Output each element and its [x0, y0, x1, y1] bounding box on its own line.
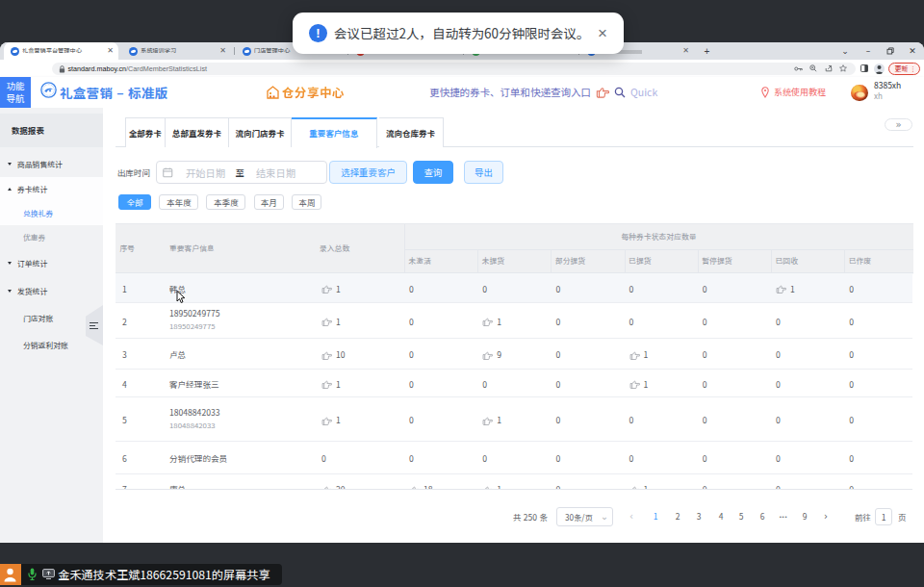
- table-row[interactable]: 5180488420331804884203310100000: [116, 397, 913, 442]
- page-number[interactable]: 9: [797, 507, 812, 526]
- cell-status-count: 0: [776, 483, 781, 490]
- cell-customer-sub: 18048842033: [169, 421, 219, 429]
- cell-status-count: 1: [644, 378, 649, 390]
- quick-range-chip[interactable]: 全部: [118, 194, 151, 211]
- sidebar-item[interactable]: 发货统计: [0, 278, 103, 305]
- goto-page-input[interactable]: 1: [875, 508, 892, 525]
- status-col-header: 未激活: [409, 257, 431, 265]
- sidebar-title: 数据报表: [0, 114, 103, 148]
- quick-range-label: 本年度: [167, 196, 192, 208]
- table-row[interactable]: 6分销代理的会员00000000: [116, 442, 913, 474]
- mouse-cursor: [176, 291, 186, 304]
- share-icon[interactable]: [825, 64, 833, 72]
- content-tab[interactable]: 流向门店券卡: [229, 117, 292, 147]
- quick-label[interactable]: Quick: [630, 77, 657, 108]
- cell-status-count: 0: [629, 316, 634, 327]
- col-header: 序号: [120, 244, 136, 252]
- quick-range-chip[interactable]: 本月: [254, 194, 284, 211]
- sidebar-item[interactable]: 兑换礼券: [0, 201, 103, 225]
- browser-tab[interactable]: 礼盒营销平台管理中心✕: [4, 42, 118, 60]
- cell-customer-sub: 18950249775: [169, 322, 219, 330]
- quick-range-label: 本月: [261, 196, 277, 208]
- date-filter-label: 出库时间: [117, 160, 150, 185]
- function-nav-button[interactable]: 功能导航: [0, 77, 31, 108]
- bookmark-star-icon[interactable]: [839, 64, 847, 72]
- collapse-panel-button[interactable]: »: [885, 118, 912, 131]
- date-start-placeholder[interactable]: 开始日期: [186, 162, 225, 184]
- sidebar-item[interactable]: 商品销售统计: [0, 152, 103, 178]
- sidebar-item[interactable]: 券卡统计: [0, 177, 103, 201]
- cell-total-count: 1: [336, 378, 341, 390]
- cell-status: 0: [776, 485, 781, 490]
- screen: + ⌄ – ✕ 礼盒营销平台管理中心✕系统培训学习✕门店管理中心✕✕✕✕ sta…: [0, 0, 924, 587]
- help-tutorial-link[interactable]: 系统使用教程: [774, 77, 826, 108]
- prev-page-button[interactable]: ‹: [627, 507, 636, 526]
- window-close-button[interactable]: ✕: [907, 42, 918, 60]
- url-bar[interactable]: standard.maboy.cn/CardMemberStatisticsLi…: [52, 63, 856, 75]
- page-number[interactable]: 3: [691, 507, 706, 526]
- key-icon[interactable]: [794, 65, 803, 72]
- url-path: /CardMemberStatisticsList: [126, 64, 207, 73]
- next-page-button[interactable]: ›: [821, 507, 831, 526]
- select-customer-button[interactable]: 选择重要客户: [329, 161, 407, 185]
- content-tab-label: 重要客户信息: [309, 127, 358, 139]
- chevron-down-icon: ⌄: [601, 508, 608, 524]
- sidebar-item[interactable]: 订单统计: [0, 250, 103, 278]
- content-tab[interactable]: 总部直发券卡: [166, 117, 229, 147]
- table-row[interactable]: 3卢总100901000: [116, 339, 913, 370]
- cell-status: 0: [629, 318, 634, 326]
- sidebar-item[interactable]: 门店对账: [0, 305, 103, 333]
- table-row[interactable]: 4客户经理张三10001000: [116, 370, 913, 397]
- table-row[interactable]: 2189502497751895024977510100000: [116, 303, 913, 339]
- page-number[interactable]: 5: [733, 507, 749, 526]
- status-col-header: 已提货: [629, 257, 651, 265]
- user-avatar[interactable]: [851, 85, 868, 102]
- cell-status-count: 0: [482, 378, 487, 390]
- chrome-update-chip[interactable]: 更新⋮: [888, 63, 920, 75]
- window-minimize-button[interactable]: –: [862, 42, 874, 60]
- window-maximize-button[interactable]: [885, 42, 896, 60]
- content-tab[interactable]: 流向仓库券卡: [379, 117, 444, 147]
- cell-status-count: 0: [703, 452, 707, 464]
- cell-customer: 卢总: [169, 350, 186, 359]
- sidebar-item[interactable]: 优惠券: [0, 225, 103, 250]
- zoom-icon[interactable]: [809, 64, 817, 72]
- status-col-header: 未提货: [482, 257, 504, 265]
- toast-close-icon[interactable]: ×: [598, 13, 607, 54]
- table-scrollbar-gutter[interactable]: [912, 274, 921, 491]
- page-number[interactable]: 1: [648, 507, 663, 526]
- tab-close-icon[interactable]: ✕: [107, 42, 114, 60]
- update-chip-label: 更新: [895, 64, 909, 75]
- quick-search-icon[interactable]: [614, 87, 626, 98]
- page-number[interactable]: •••: [776, 507, 791, 526]
- date-end-placeholder[interactable]: 结束日期: [256, 162, 295, 184]
- browser-tab[interactable]: 系统培训学习✕: [122, 42, 231, 60]
- quick-range-chip[interactable]: 本周: [292, 194, 321, 211]
- side-panel-icon[interactable]: [860, 64, 868, 72]
- cell-status-count: 0: [555, 316, 560, 327]
- search-button[interactable]: 查询: [413, 161, 453, 185]
- content-tab[interactable]: 全部券卡: [125, 117, 167, 147]
- date-range-input[interactable]: 开始日期 至 结束日期: [156, 161, 327, 185]
- export-button[interactable]: 导出: [464, 161, 503, 185]
- cell-status: 0: [482, 380, 487, 389]
- brand-center[interactable]: 仓分享中心: [267, 77, 353, 108]
- page-number[interactable]: 6: [755, 507, 770, 526]
- tab-close-icon[interactable]: ✕: [682, 42, 689, 60]
- tab-search-chevron-icon[interactable]: ⌄: [839, 42, 851, 60]
- sidebar-item[interactable]: 分销返利对账: [0, 332, 103, 359]
- table-row[interactable]: 1韩总10000010: [116, 273, 913, 303]
- page-number[interactable]: 2: [670, 507, 685, 526]
- column-divider: [625, 249, 626, 274]
- cell-status-count: 0: [555, 378, 560, 390]
- content-tab[interactable]: 重要客户信息: [292, 117, 377, 148]
- table-row[interactable]: 7唐总2018101000: [116, 474, 913, 490]
- page-size-select[interactable]: 30条/页⌄: [556, 507, 613, 526]
- quick-range-chip[interactable]: 本季度: [206, 194, 245, 211]
- quick-range-chip[interactable]: 本年度: [159, 194, 198, 211]
- tab-close-icon[interactable]: ✕: [219, 42, 226, 60]
- new-tab-button[interactable]: +: [702, 46, 712, 57]
- page-number[interactable]: 4: [713, 507, 729, 526]
- data-table: 序号重要客户信息录入总数每种券卡状态对应数量未激活未提货部分提货已提货暂停提货已…: [116, 223, 913, 490]
- profile-avatar-icon[interactable]: [874, 64, 885, 74]
